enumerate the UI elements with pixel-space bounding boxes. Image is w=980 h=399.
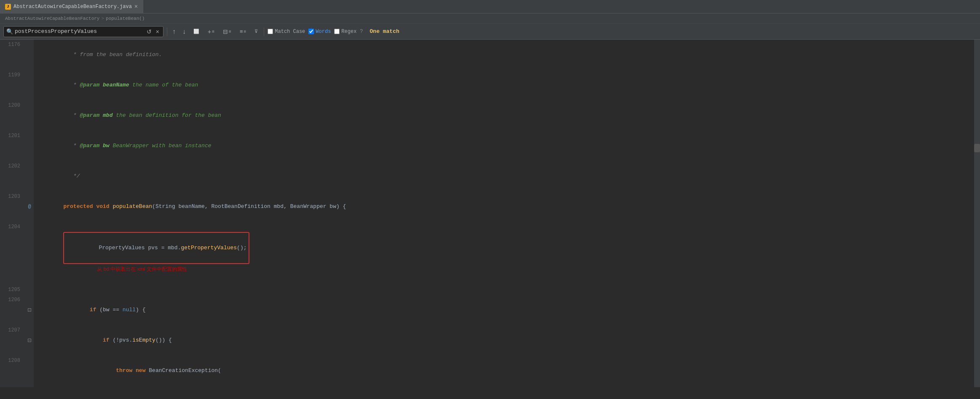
wrap-button[interactable]: ⬜ xyxy=(191,27,202,35)
java-file-icon: J xyxy=(5,4,11,10)
words-label[interactable]: Words xyxy=(308,29,331,35)
add-search-button[interactable]: +≡ xyxy=(205,27,217,36)
line-1206: 1206 − if (bw == null) { xyxy=(0,295,974,325)
line-num-1205: 1205 xyxy=(0,285,25,295)
breadcrumb-class: AbstractAutowireCapableBeanFactory xyxy=(5,16,99,21)
line-marker-1208 xyxy=(25,356,34,386)
search-bar: 🔍 ↺ × ↑ ↓ ⬜ +≡ ⊟≡ ≡≡ ⊽ Match Case Words … xyxy=(0,24,980,40)
line-code-1199: * @param beanName the name of the bean xyxy=(34,70,974,100)
pvs-annotation: 从 bd 中获取出在 xml 文件中配置的属性 xyxy=(97,266,187,272)
regex-checkbox[interactable] xyxy=(334,29,340,34)
line-num-1206: 1206 xyxy=(0,295,25,325)
line-1199: 1199 * @param beanName the name of the b… xyxy=(0,70,974,100)
line-num-1208: 1208 xyxy=(0,356,25,386)
line-1176: 1176 * from the bean definition. xyxy=(0,40,974,70)
line-code-1205 xyxy=(34,285,974,295)
match-case-text: Match Case xyxy=(275,29,305,35)
line-code-1200: * @param mbd the bean definition for the… xyxy=(34,100,974,131)
nav-up-button[interactable]: ↑ xyxy=(171,28,177,35)
line-code-1202: */ xyxy=(34,161,974,191)
regex-help-icon: ? xyxy=(360,29,363,35)
line-marker-1206: − xyxy=(25,295,34,325)
line-code-1206: if (bw == null) { xyxy=(34,295,974,325)
line-marker-1207: − xyxy=(25,325,34,356)
words-checkbox[interactable] xyxy=(308,29,314,34)
filter-button[interactable]: ⊟≡ xyxy=(220,27,234,36)
line-code-1201: * @param bw BeanWrapper with bean instan… xyxy=(34,131,974,161)
line-marker-1205 xyxy=(25,285,34,295)
line-code-1204: PropertyValues pvs = mbd.getPropertyValu… xyxy=(34,222,974,285)
divider1 xyxy=(167,27,167,36)
line-1202: 1202 */ xyxy=(0,161,974,191)
search-input-container[interactable]: 🔍 ↺ × xyxy=(3,26,163,37)
breadcrumb: AbstractAutowireCapableBeanFactory > pop… xyxy=(0,13,980,24)
line-1203: 1203 @ protected void populateBean(Strin… xyxy=(0,191,974,222)
line-num-1203: 1203 xyxy=(0,191,25,222)
line-1207: 1207 − if (!pvs.isEmpty()) { xyxy=(0,325,974,356)
sort-button[interactable]: ≡≡ xyxy=(237,27,249,36)
line-1201: 1201 * @param bw BeanWrapper with bean i… xyxy=(0,131,974,161)
line-marker-1204 xyxy=(25,222,34,285)
funnel-button[interactable]: ⊽ xyxy=(252,27,260,35)
line-num-1199: 1199 xyxy=(0,70,25,100)
line-code-1209: mbd.getResourceDescription(), beanName, … xyxy=(34,386,974,387)
line-marker-1202 xyxy=(25,161,34,191)
search-icon: 🔍 xyxy=(6,28,13,35)
line-num-1201: 1201 xyxy=(0,131,25,161)
breadcrumb-sep1: > xyxy=(101,16,104,21)
line-num-1202: 1202 xyxy=(0,161,25,191)
line-1208: 1208 throw new BeanCreationException( xyxy=(0,356,974,386)
active-tab[interactable]: J AbstractAutowireCapableBeanFactory.jav… xyxy=(0,0,143,13)
line-code-1207: if (!pvs.isEmpty()) { xyxy=(34,325,974,356)
search-reload-button[interactable]: ↺ xyxy=(145,28,153,35)
tab-close-button[interactable]: × xyxy=(134,4,138,10)
line-marker-1199 xyxy=(25,70,34,100)
match-result: One match xyxy=(370,28,399,35)
tab-bar: J AbstractAutowireCapableBeanFactory.jav… xyxy=(0,0,980,13)
line-code-1208: throw new BeanCreationException( xyxy=(34,356,974,386)
words-text: Words xyxy=(316,29,331,35)
line-num-1204: 1204 xyxy=(0,222,25,285)
line-marker-1176 xyxy=(25,40,34,70)
line-marker-1209 xyxy=(25,386,34,387)
match-case-label[interactable]: Match Case xyxy=(268,29,305,35)
breadcrumb-method: populateBean() xyxy=(106,16,145,21)
fold-marker-1206[interactable]: − xyxy=(28,308,31,312)
divider2 xyxy=(264,27,264,36)
line-num-1176: 1176 xyxy=(0,40,25,70)
match-case-checkbox[interactable] xyxy=(268,29,273,34)
regex-label[interactable]: Regex xyxy=(334,29,356,35)
nav-down-button[interactable]: ↓ xyxy=(181,28,187,35)
regex-text: Regex xyxy=(341,29,356,35)
line-num-1207: 1207 xyxy=(0,325,25,356)
line-num-1200: 1200 xyxy=(0,100,25,131)
line-num-1209: 1209 xyxy=(0,386,25,387)
code-area: 1176 * from the bean definition. 1199 * … xyxy=(0,40,980,387)
line-1204: 1204 PropertyValues pvs = mbd.getPropert… xyxy=(0,222,974,285)
code-content: 1176 * from the bean definition. 1199 * … xyxy=(0,40,974,387)
line-marker-1200 xyxy=(25,100,34,131)
fold-marker-1207[interactable]: − xyxy=(28,339,31,342)
line-marker-1203: @ xyxy=(25,191,34,222)
line-1205: 1205 xyxy=(0,285,974,295)
search-close-button[interactable]: × xyxy=(155,28,161,35)
annotation-marker: @ xyxy=(28,204,31,210)
vertical-scrollbar[interactable] xyxy=(974,40,980,387)
highlighted-code: PropertyValues pvs = mbd.getPropertyValu… xyxy=(63,232,249,264)
search-input[interactable] xyxy=(15,28,144,35)
line-code-1203: protected void populateBean(String beanN… xyxy=(34,191,974,222)
line-code-1176: * from the bean definition. xyxy=(34,40,974,70)
tab-filename: AbstractAutowireCapableBeanFactory.java xyxy=(13,4,132,10)
line-marker-1201 xyxy=(25,131,34,161)
line-1200: 1200 * @param mbd the bean definition fo… xyxy=(0,100,974,131)
line-1209: 1209 mbd.getResourceDescription(), beanN… xyxy=(0,386,974,387)
scrollbar-thumb[interactable] xyxy=(974,144,980,152)
